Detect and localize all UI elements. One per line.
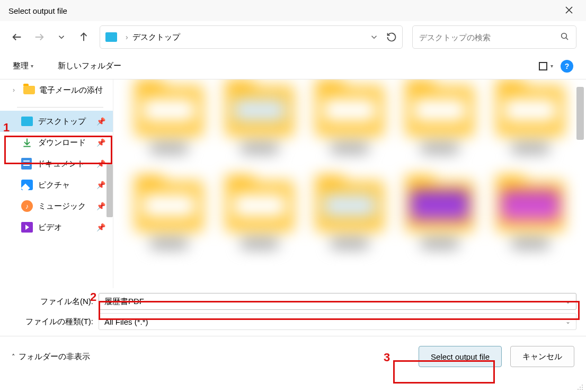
sidebar-item-label: ドキュメント bbox=[37, 159, 85, 169]
filename-label: ファイル名(N): bbox=[10, 297, 99, 307]
toolbar: 整理 ▾ 新しいフォルダー ▾ ? bbox=[0, 53, 586, 79]
filetype-value: All Files (*.*) bbox=[104, 317, 148, 326]
help-button[interactable]: ? bbox=[561, 60, 573, 73]
nav-row: › デスクトップ bbox=[0, 21, 586, 53]
pin-icon: 📌 bbox=[96, 117, 105, 126]
filename-input[interactable]: 履歴書PDF ⌄ bbox=[99, 293, 576, 310]
sidebar-item-documents[interactable]: ドキュメント 📌 bbox=[0, 153, 113, 174]
chevron-up-icon: ˄ bbox=[12, 353, 15, 361]
sidebar-item-music[interactable]: ♪ ミュージック 📌 bbox=[0, 195, 113, 217]
annotation-3: 3 bbox=[384, 351, 390, 364]
view-icon bbox=[539, 62, 547, 70]
footer: ˄ フォルダーの非表示 Select output file キャンセル bbox=[0, 336, 586, 377]
pin-icon: 📌 bbox=[96, 138, 105, 147]
address-bar[interactable]: › デスクトップ bbox=[100, 25, 403, 49]
svg-point-6 bbox=[578, 389, 579, 390]
search-box[interactable] bbox=[412, 25, 576, 49]
resize-grip[interactable] bbox=[576, 382, 584, 390]
sidebar-item-desktop[interactable]: デスクトップ 📌 bbox=[0, 111, 113, 132]
annotation-2: 2 bbox=[90, 290, 96, 304]
body: › 電子メールの添付 デスクトップ 📌 ダウンロード 📌 ドキュメント 📌 ピク… bbox=[0, 79, 586, 288]
svg-point-2 bbox=[582, 387, 583, 388]
pin-icon: 📌 bbox=[96, 159, 105, 168]
filename-value: 履歴書PDF bbox=[104, 297, 144, 307]
forward-button[interactable] bbox=[30, 28, 49, 47]
refresh-icon[interactable] bbox=[386, 32, 397, 42]
download-icon bbox=[21, 137, 33, 148]
filetype-row: ファイルの種類(T): All Files (*.*) ⌄ bbox=[10, 311, 576, 332]
primary-button-label: Select output file bbox=[431, 352, 490, 361]
sidebar-item-label: ダウンロード bbox=[38, 138, 86, 148]
select-output-file-button[interactable]: Select output file bbox=[419, 346, 502, 367]
document-icon bbox=[21, 158, 32, 170]
new-folder-label: 新しいフォルダー bbox=[58, 61, 121, 70]
view-mode-dropdown[interactable]: ▾ bbox=[539, 62, 553, 70]
arrow-left-icon bbox=[11, 31, 23, 43]
svg-point-3 bbox=[580, 387, 581, 388]
chevron-down-icon: ▾ bbox=[551, 63, 553, 69]
folder-icon bbox=[23, 86, 35, 94]
sidebar-item-pictures[interactable]: ピクチャ 📌 bbox=[0, 174, 113, 195]
close-button[interactable] bbox=[561, 3, 578, 19]
pin-icon: 📌 bbox=[96, 223, 105, 231]
tree-item-label: 電子メールの添付 bbox=[39, 85, 103, 95]
breadcrumb-separator-icon: › bbox=[126, 33, 128, 41]
sidebar-item-label: ミュージック bbox=[38, 201, 86, 211]
sidebar: › 電子メールの添付 デスクトップ 📌 ダウンロード 📌 ドキュメント 📌 ピク… bbox=[0, 79, 113, 288]
svg-point-4 bbox=[582, 389, 583, 390]
sidebar-item-label: ピクチャ bbox=[38, 180, 70, 190]
recent-dropdown[interactable] bbox=[52, 28, 71, 47]
chevron-down-icon[interactable] bbox=[369, 32, 379, 42]
sidebar-item-label: デスクトップ bbox=[38, 117, 86, 127]
picture-icon bbox=[21, 180, 33, 190]
desktop-icon bbox=[21, 117, 33, 126]
chevron-down-icon bbox=[57, 32, 66, 42]
music-icon: ♪ bbox=[21, 200, 33, 212]
search-icon[interactable] bbox=[560, 32, 570, 43]
sidebar-item-label: ビデオ bbox=[38, 222, 62, 233]
hide-folders-toggle[interactable]: ˄ フォルダーの非表示 bbox=[12, 352, 90, 362]
location-text: デスクトップ bbox=[132, 32, 180, 42]
pin-icon: 📌 bbox=[96, 202, 105, 210]
sidebar-scrollbar[interactable] bbox=[106, 164, 113, 217]
cancel-button[interactable]: キャンセル bbox=[510, 346, 574, 367]
tree-item[interactable]: › 電子メールの添付 bbox=[0, 79, 113, 101]
filetype-label: ファイルの種類(T): bbox=[10, 317, 99, 327]
chevron-down-icon: ▾ bbox=[31, 63, 33, 69]
video-icon bbox=[21, 222, 33, 233]
desktop-icon bbox=[105, 32, 117, 42]
field-area: ファイル名(N): 履歴書PDF ⌄ ファイルの種類(T): All Files… bbox=[0, 288, 586, 336]
content-scrollbar[interactable] bbox=[576, 87, 584, 140]
up-button[interactable] bbox=[74, 28, 93, 47]
hide-folders-label: フォルダーの非表示 bbox=[19, 352, 90, 362]
annotation-1: 1 bbox=[3, 121, 10, 135]
back-button[interactable] bbox=[7, 28, 26, 47]
svg-point-5 bbox=[580, 389, 581, 390]
organize-label: 整理 bbox=[13, 61, 29, 71]
filetype-select[interactable]: All Files (*.*) ⌄ bbox=[99, 313, 576, 330]
chevron-right-icon[interactable]: › bbox=[13, 86, 19, 94]
blurred-content bbox=[129, 86, 570, 288]
svg-point-1 bbox=[582, 385, 583, 386]
new-folder-button[interactable]: 新しいフォルダー bbox=[58, 61, 121, 71]
sidebar-item-downloads[interactable]: ダウンロード 📌 bbox=[0, 132, 113, 153]
arrow-right-icon bbox=[33, 31, 45, 43]
chevron-down-icon[interactable]: ⌄ bbox=[565, 318, 571, 325]
window-title: Select output file bbox=[8, 6, 67, 15]
search-input[interactable] bbox=[419, 33, 560, 42]
chevron-down-icon[interactable]: ⌄ bbox=[565, 298, 571, 305]
title-bar: Select output file bbox=[0, 0, 586, 21]
divider bbox=[17, 107, 103, 108]
organize-dropdown[interactable]: 整理 ▾ bbox=[13, 61, 33, 71]
close-icon bbox=[565, 6, 573, 14]
svg-point-0 bbox=[562, 33, 567, 38]
cancel-button-label: キャンセル bbox=[522, 352, 562, 362]
arrow-up-icon bbox=[78, 31, 90, 43]
help-icon: ? bbox=[565, 62, 570, 70]
file-grid[interactable] bbox=[113, 79, 586, 288]
sidebar-item-videos[interactable]: ビデオ 📌 bbox=[0, 217, 113, 238]
pin-icon: 📌 bbox=[96, 181, 105, 189]
